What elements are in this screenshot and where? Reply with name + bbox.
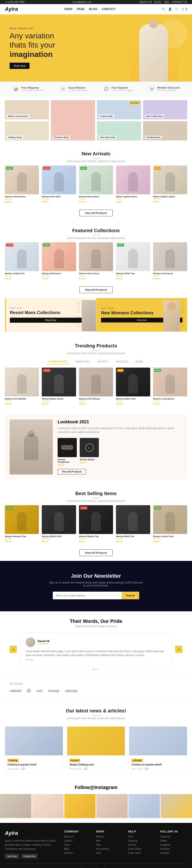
cart-icon[interactable]: 🛒 0 <box>181 7 187 11</box>
nav-blog[interactable]: BLOG <box>89 7 97 11</box>
featured-card-2[interactable]: NEW Women Red Dress ★★★★★ $38.00 <box>42 242 76 280</box>
nav-shop[interactable]: SHOP <box>64 7 72 11</box>
trending-image-1 <box>5 368 39 396</box>
lookbook-view-all-button[interactable]: View All Products <box>58 469 86 474</box>
footer-link-facebook[interactable]: Facebook <box>160 835 187 838</box>
dot-1[interactable] <box>93 669 94 670</box>
best-selling-name-1: Women Mustard Top <box>5 535 39 537</box>
footer-link-blog[interactable]: Blog <box>64 847 91 850</box>
new-arrivals-view-all-button[interactable]: View All Products <box>79 210 113 216</box>
footer-link-returns[interactable]: Returns <box>128 843 155 846</box>
nav-page[interactable]: PAGE <box>77 7 85 11</box>
category-card-3[interactable]: Casual Style OFF 30% <box>97 100 141 119</box>
dot-3[interactable] <box>98 669 99 670</box>
featured-card-3[interactable]: Women Ross Dress ★★★☆☆ $42.00 <box>79 242 113 280</box>
logo[interactable]: Ayira <box>5 6 18 12</box>
trending-tab-jackets[interactable]: JACKETS <box>96 360 110 365</box>
footer-link-sale[interactable]: Sale <box>96 852 123 854</box>
featured-card-5[interactable]: Women Gray Dress ★★★★☆ $48.00 <box>153 242 187 280</box>
featured-card-1[interactable]: SALE Women Striped Tee ★★★★☆ $22.00 <box>5 242 39 280</box>
lookbook-product-1[interactable]: Women Sunglasses $18.00 <box>58 438 77 466</box>
category-card-7[interactable]: Trending Now <box>143 121 187 141</box>
footer-link-men[interactable]: Men <box>96 839 123 842</box>
category-card-4[interactable]: New Collections <box>143 100 187 119</box>
trending-tab-mens-tees[interactable]: MEN'S TEES <box>73 360 92 365</box>
footer-link-faq[interactable]: FAQ <box>128 835 155 838</box>
best-selling-card-5[interactable]: NEW Women Camel Coat ★★★★☆ $68.00 <box>153 505 187 542</box>
product-card-2[interactable]: SALE Women Print Shirt ★★★★★ $45.00 <box>42 165 76 203</box>
user-icon[interactable]: 👤 <box>168 7 172 11</box>
best-selling-card-3[interactable]: SALE Women Beanie Top ★★★☆☆ $24.00 <box>79 505 113 542</box>
footer-link-instagram[interactable]: Instagram <box>160 843 187 846</box>
trending-card-4[interactable]: HOT Women Black Coat ★★★★☆ $75.00 <box>116 368 150 405</box>
insta-image-3[interactable] <box>64 794 96 818</box>
category-card-5[interactable]: Holiday Shop <box>5 121 49 141</box>
footer-link-careers[interactable]: Careers <box>64 839 91 842</box>
testimonial-prev-button[interactable]: ‹ <box>9 646 17 653</box>
best-selling-card-2[interactable]: Women Black Shirt ★★★★★ $32.00 <box>42 505 76 542</box>
brand-1[interactable]: nakiiad <box>9 689 21 693</box>
brand-5[interactable]: Jdesign <box>65 689 78 693</box>
category-card-6[interactable]: New Discounts <box>97 121 141 141</box>
hero-cta-button[interactable]: Shop Now <box>9 63 30 69</box>
product-card-5[interactable]: HOT Winter Update Jacket ★★★★☆ $65.00 <box>153 165 187 203</box>
trending-tab-womens-tops[interactable]: WOMEN'S TOPS <box>47 360 70 365</box>
footer-link-kids[interactable]: Kids <box>96 843 123 846</box>
blog-card-1[interactable]: Clothing Clothing & popular trend! Jan 2… <box>5 726 63 773</box>
best-selling-view-all-button[interactable]: View All Products <box>79 549 113 556</box>
app-store-badge[interactable]: App Store <box>5 854 19 859</box>
featured-view-all-button[interactable]: View All Products <box>79 286 113 293</box>
trending-card-5[interactable]: NEW Women Long Sleeve ★★★★☆ $34.00 <box>153 368 187 405</box>
newsletter-submit-button[interactable]: Submit <box>122 592 139 599</box>
google-play-badge[interactable]: Google Play <box>21 854 38 859</box>
footer-link-women[interactable]: Women <box>96 835 123 838</box>
featured-card-4[interactable]: NEW Women White Top ★★★★☆ $28.00 <box>116 242 150 280</box>
footer-link-twitter[interactable]: Twitter <box>160 839 187 842</box>
footer-link-youtube[interactable]: YouTube <box>160 852 187 854</box>
insta-image-5[interactable] <box>128 794 160 818</box>
footer-link-partners[interactable]: Partners <box>64 852 91 854</box>
product-card-4[interactable]: Winter Update Dress ★★★☆☆ $55.00 <box>116 165 150 203</box>
topbar-link-about[interactable]: ABOUT US <box>139 1 152 3</box>
topbar-link-contact[interactable]: CONTACT US <box>172 1 187 3</box>
best-selling-card-1[interactable]: NEW Women Mustard Top ★★★★☆ $28.00 <box>5 505 39 542</box>
best-selling-card-4[interactable]: Women Black Tee ★★★★☆ $29.00 <box>116 505 150 542</box>
lookbook-product-2[interactable]: Women Watch $95.00 <box>80 438 99 466</box>
category-card-1[interactable]: Winter Accessories <box>5 100 49 119</box>
topbar-link-blog[interactable]: BLOG <box>155 1 161 3</box>
dot-2[interactable] <box>95 669 97 670</box>
newsletter-email-input[interactable] <box>53 592 122 599</box>
product-card-1[interactable]: NEW Women Floral Dress ★★★★☆ $29.00 <box>5 165 39 203</box>
footer-link-accessories[interactable]: Accessories <box>96 847 123 850</box>
footer-link-shipping[interactable]: Shipping <box>128 839 155 842</box>
footer-logo[interactable]: Ayira <box>5 830 59 836</box>
brand-4[interactable]: Swoop <box>48 689 59 693</box>
trending-tab-jeans[interactable]: JEANS <box>133 360 145 365</box>
footer-link-press[interactable]: Press <box>64 843 91 846</box>
insta-image-2[interactable] <box>32 794 64 818</box>
brand-2[interactable]: Ω <box>27 688 31 693</box>
trending-tab-sweater[interactable]: SWEATER <box>114 360 130 365</box>
blog-card-2[interactable]: Fashion Simply Clothing next! Feb 10, 20… <box>67 726 125 773</box>
wishlist-icon[interactable]: 🤍 <box>175 7 178 11</box>
insta-image-4[interactable] <box>96 794 128 818</box>
feature-shipping-desc: On all orders above $50 <box>21 89 44 91</box>
trending-card-2[interactable]: SALE Women Black Jacket ★★★★★ $58.00 <box>42 368 76 405</box>
nav-contact[interactable]: CONTACT <box>102 7 116 11</box>
category-card-2[interactable]: Summer Shop <box>51 100 95 141</box>
insta-image-1[interactable] <box>0 794 31 818</box>
trending-card-1[interactable]: Women Knit Sweater ★★★★☆ $32.00 <box>5 368 39 405</box>
search-icon[interactable]: 🔍 <box>162 7 165 11</box>
brand-3[interactable]: zuri <box>36 689 42 693</box>
trending-card-3[interactable]: Women Print Blouse ★★★☆☆ $25.00 <box>79 368 113 405</box>
footer-link-about[interactable]: About Us <box>64 835 91 838</box>
blog-card-3[interactable]: Lifestyle Contrary to popular belief! Ma… <box>129 726 187 773</box>
testimonial-next-button[interactable]: › <box>175 646 183 653</box>
blog-title: Our latest news & articles! <box>9 708 183 714</box>
insta-image-6[interactable] <box>161 794 192 818</box>
topbar-link-faq[interactable]: FAQ <box>164 1 169 3</box>
footer-link-track[interactable]: Track Order <box>128 852 155 854</box>
footer-link-pinterest[interactable]: Pinterest <box>160 847 187 850</box>
footer-link-order-status[interactable]: Order Status <box>128 847 155 850</box>
product-card-3[interactable]: NEW Women Ross Dress ★★★★☆ $35.00 <box>79 165 113 203</box>
